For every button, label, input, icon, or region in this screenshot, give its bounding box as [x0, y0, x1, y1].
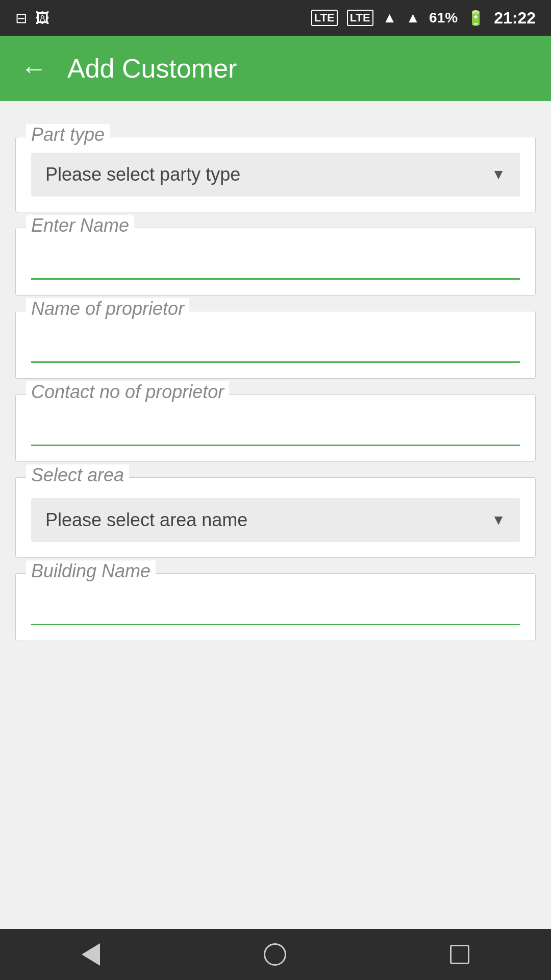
select-area-dropdown[interactable]: Please select area name ▼ — [31, 498, 520, 542]
bottom-navigation — [0, 929, 551, 980]
enter-name-input-container — [31, 243, 520, 280]
back-button[interactable]: ← — [20, 53, 47, 84]
party-type-chevron-icon: ▼ — [491, 166, 506, 183]
status-bar-left: ⊟ 🖼 — [15, 10, 49, 27]
proprietor-name-input-container — [31, 327, 520, 363]
signal-strength-1: ▲ — [383, 10, 397, 26]
party-type-label: Part type — [26, 124, 110, 145]
proprietor-name-input[interactable] — [31, 327, 520, 363]
time-display: 21:22 — [494, 9, 536, 28]
proprietor-name-label: Name of proprietor — [26, 298, 189, 320]
form-content: Part type Please select party type ▼ Ent… — [0, 101, 551, 929]
nav-home-button[interactable] — [264, 943, 286, 966]
select-area-value: Please select area name — [45, 509, 247, 531]
google-services-icon: ⊟ — [15, 10, 27, 27]
enter-name-group: Enter Name — [15, 228, 536, 296]
page-title: Add Customer — [67, 53, 237, 84]
battery-level: 61% — [429, 10, 458, 26]
proprietor-name-group: Name of proprietor — [15, 311, 536, 379]
lte2-badge: LTE — [347, 10, 373, 26]
home-nav-icon — [264, 943, 286, 966]
building-name-input[interactable] — [31, 589, 520, 625]
select-area-label: Select area — [26, 464, 129, 486]
nav-back-button[interactable] — [82, 943, 100, 966]
select-area-chevron-icon: ▼ — [491, 512, 506, 528]
party-type-group: Part type Please select party type ▼ — [15, 137, 536, 212]
lte1-badge: LTE — [311, 10, 338, 26]
image-icon: 🖼 — [35, 10, 49, 27]
building-name-label: Building Name — [26, 560, 156, 582]
status-bar: ⊟ 🖼 LTE LTE ▲ ▲ 61% 🔋 21:22 — [0, 0, 551, 36]
proprietor-contact-label: Contact no of proprietor — [26, 381, 229, 403]
enter-name-label: Enter Name — [26, 215, 134, 236]
select-area-group: Select area Please select area name ▼ — [15, 477, 536, 558]
status-bar-right: LTE LTE ▲ ▲ 61% 🔋 21:22 — [311, 9, 536, 28]
recent-nav-icon — [450, 945, 469, 964]
proprietor-contact-input-container — [31, 410, 520, 446]
battery-icon: 🔋 — [467, 10, 485, 27]
party-type-dropdown[interactable]: Please select party type ▼ — [31, 153, 520, 197]
building-name-group: Building Name — [15, 573, 536, 641]
back-nav-icon — [82, 943, 100, 966]
proprietor-contact-input[interactable] — [31, 410, 520, 446]
party-type-value: Please select party type — [45, 164, 240, 185]
proprietor-contact-group: Contact no of proprietor — [15, 394, 536, 462]
app-header: ← Add Customer — [0, 36, 551, 101]
signal-strength-2: ▲ — [406, 10, 420, 26]
enter-name-input[interactable] — [31, 243, 520, 280]
building-name-input-container — [31, 589, 520, 625]
nav-recent-button[interactable] — [450, 945, 469, 964]
